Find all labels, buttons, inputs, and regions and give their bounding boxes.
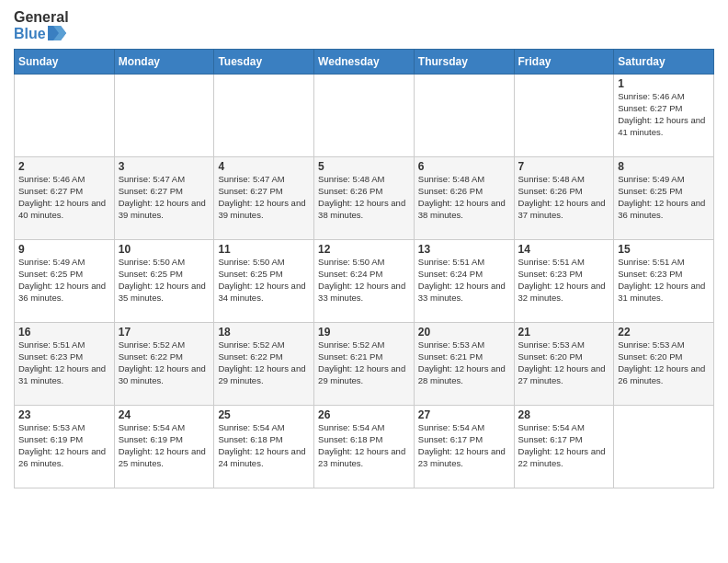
calendar-cell: 16Sunrise: 5:51 AM Sunset: 6:23 PM Dayli…	[15, 323, 115, 406]
day-info: Sunrise: 5:52 AM Sunset: 6:21 PM Dayligh…	[318, 339, 410, 386]
calendar-cell: 9Sunrise: 5:49 AM Sunset: 6:25 PM Daylig…	[15, 240, 115, 323]
calendar-cell: 10Sunrise: 5:50 AM Sunset: 6:25 PM Dayli…	[114, 240, 214, 323]
day-number: 5	[318, 160, 410, 173]
weekday-thursday: Thursday	[414, 50, 514, 75]
day-info: Sunrise: 5:51 AM Sunset: 6:24 PM Dayligh…	[418, 257, 510, 304]
calendar-cell: 5Sunrise: 5:48 AM Sunset: 6:26 PM Daylig…	[314, 157, 415, 240]
logo: General Blue	[14, 9, 69, 41]
calendar-cell: 22Sunrise: 5:53 AM Sunset: 6:20 PM Dayli…	[614, 323, 714, 406]
day-number: 9	[18, 243, 110, 256]
calendar-cell: 26Sunrise: 5:54 AM Sunset: 6:18 PM Dayli…	[314, 406, 415, 488]
day-number: 26	[318, 408, 410, 421]
week-row-3: 9Sunrise: 5:49 AM Sunset: 6:25 PM Daylig…	[15, 240, 714, 323]
calendar-cell: 14Sunrise: 5:51 AM Sunset: 6:23 PM Dayli…	[514, 240, 614, 323]
calendar-cell	[514, 75, 614, 157]
calendar-cell: 6Sunrise: 5:48 AM Sunset: 6:26 PM Daylig…	[414, 157, 514, 240]
day-info: Sunrise: 5:54 AM Sunset: 6:18 PM Dayligh…	[218, 422, 310, 469]
day-number: 15	[618, 243, 710, 256]
weekday-friday: Friday	[514, 50, 614, 75]
day-number: 18	[218, 326, 310, 339]
week-row-2: 2Sunrise: 5:46 AM Sunset: 6:27 PM Daylig…	[15, 157, 714, 240]
day-info: Sunrise: 5:54 AM Sunset: 6:17 PM Dayligh…	[518, 422, 610, 469]
calendar-cell: 21Sunrise: 5:53 AM Sunset: 6:20 PM Dayli…	[514, 323, 614, 406]
day-number: 20	[418, 326, 510, 339]
calendar-cell	[114, 75, 214, 157]
calendar-cell: 13Sunrise: 5:51 AM Sunset: 6:24 PM Dayli…	[414, 240, 514, 323]
calendar-page: General Blue SundayMondayTuesdayWednesda…	[0, 0, 728, 502]
day-number: 2	[18, 160, 110, 173]
day-info: Sunrise: 5:47 AM Sunset: 6:27 PM Dayligh…	[119, 174, 210, 221]
calendar-cell: 28Sunrise: 5:54 AM Sunset: 6:17 PM Dayli…	[514, 406, 614, 488]
weekday-wednesday: Wednesday	[314, 50, 415, 75]
calendar-cell	[314, 75, 415, 157]
day-info: Sunrise: 5:53 AM Sunset: 6:21 PM Dayligh…	[418, 339, 510, 386]
day-info: Sunrise: 5:50 AM Sunset: 6:25 PM Dayligh…	[218, 257, 310, 304]
day-info: Sunrise: 5:47 AM Sunset: 6:27 PM Dayligh…	[218, 174, 310, 221]
day-number: 7	[518, 160, 610, 173]
calendar-cell: 23Sunrise: 5:53 AM Sunset: 6:19 PM Dayli…	[15, 406, 115, 488]
day-number: 13	[418, 243, 510, 256]
calendar-cell	[214, 75, 314, 157]
calendar-cell: 2Sunrise: 5:46 AM Sunset: 6:27 PM Daylig…	[15, 157, 115, 240]
day-number: 24	[119, 408, 210, 421]
day-info: Sunrise: 5:53 AM Sunset: 6:19 PM Dayligh…	[18, 422, 110, 469]
day-number: 10	[119, 243, 210, 256]
logo-text-block: General Blue	[14, 9, 69, 41]
day-number: 14	[518, 243, 610, 256]
calendar-cell: 17Sunrise: 5:52 AM Sunset: 6:22 PM Dayli…	[114, 323, 214, 406]
logo-blue: Blue	[14, 26, 69, 42]
header: General Blue	[14, 9, 714, 41]
day-info: Sunrise: 5:50 AM Sunset: 6:24 PM Dayligh…	[318, 257, 410, 304]
calendar-body: 1Sunrise: 5:46 AM Sunset: 6:27 PM Daylig…	[15, 75, 714, 488]
day-number: 25	[218, 408, 310, 421]
calendar-cell: 20Sunrise: 5:53 AM Sunset: 6:21 PM Dayli…	[414, 323, 514, 406]
day-number: 16	[18, 326, 110, 339]
day-number: 22	[618, 326, 710, 339]
day-number: 19	[318, 326, 410, 339]
calendar-cell: 4Sunrise: 5:47 AM Sunset: 6:27 PM Daylig…	[214, 157, 314, 240]
calendar-cell: 8Sunrise: 5:49 AM Sunset: 6:25 PM Daylig…	[614, 157, 714, 240]
calendar-cell: 3Sunrise: 5:47 AM Sunset: 6:27 PM Daylig…	[114, 157, 214, 240]
weekday-sunday: Sunday	[15, 50, 115, 75]
week-row-5: 23Sunrise: 5:53 AM Sunset: 6:19 PM Dayli…	[15, 406, 714, 488]
day-number: 21	[518, 326, 610, 339]
logo-arrow-icon	[48, 26, 66, 40]
day-info: Sunrise: 5:51 AM Sunset: 6:23 PM Dayligh…	[618, 257, 710, 304]
day-info: Sunrise: 5:52 AM Sunset: 6:22 PM Dayligh…	[218, 339, 310, 386]
day-number: 28	[518, 408, 610, 421]
calendar-cell	[414, 75, 514, 157]
calendar-cell: 18Sunrise: 5:52 AM Sunset: 6:22 PM Dayli…	[214, 323, 314, 406]
day-number: 4	[218, 160, 310, 173]
day-info: Sunrise: 5:46 AM Sunset: 6:27 PM Dayligh…	[18, 174, 110, 221]
day-info: Sunrise: 5:51 AM Sunset: 6:23 PM Dayligh…	[18, 339, 110, 386]
day-info: Sunrise: 5:48 AM Sunset: 6:26 PM Dayligh…	[518, 174, 610, 221]
weekday-header-row: SundayMondayTuesdayWednesdayThursdayFrid…	[15, 50, 714, 75]
calendar-cell: 27Sunrise: 5:54 AM Sunset: 6:17 PM Dayli…	[414, 406, 514, 488]
day-info: Sunrise: 5:54 AM Sunset: 6:19 PM Dayligh…	[119, 422, 210, 469]
day-info: Sunrise: 5:52 AM Sunset: 6:22 PM Dayligh…	[119, 339, 210, 386]
calendar-cell: 7Sunrise: 5:48 AM Sunset: 6:26 PM Daylig…	[514, 157, 614, 240]
day-number: 11	[218, 243, 310, 256]
calendar-cell: 12Sunrise: 5:50 AM Sunset: 6:24 PM Dayli…	[314, 240, 415, 323]
logo-general: General	[14, 9, 69, 26]
day-info: Sunrise: 5:46 AM Sunset: 6:27 PM Dayligh…	[618, 91, 710, 138]
day-info: Sunrise: 5:54 AM Sunset: 6:17 PM Dayligh…	[418, 422, 510, 469]
day-number: 27	[418, 408, 510, 421]
day-number: 1	[618, 77, 710, 90]
calendar-cell: 11Sunrise: 5:50 AM Sunset: 6:25 PM Dayli…	[214, 240, 314, 323]
day-number: 3	[119, 160, 210, 173]
day-number: 6	[418, 160, 510, 173]
calendar-cell: 15Sunrise: 5:51 AM Sunset: 6:23 PM Dayli…	[614, 240, 714, 323]
day-number: 23	[18, 408, 110, 421]
day-number: 17	[119, 326, 210, 339]
calendar-cell: 24Sunrise: 5:54 AM Sunset: 6:19 PM Dayli…	[114, 406, 214, 488]
calendar-cell: 19Sunrise: 5:52 AM Sunset: 6:21 PM Dayli…	[314, 323, 415, 406]
week-row-4: 16Sunrise: 5:51 AM Sunset: 6:23 PM Dayli…	[15, 323, 714, 406]
calendar-cell	[15, 75, 115, 157]
calendar-table: SundayMondayTuesdayWednesdayThursdayFrid…	[14, 49, 714, 488]
weekday-saturday: Saturday	[614, 50, 714, 75]
day-info: Sunrise: 5:50 AM Sunset: 6:25 PM Dayligh…	[119, 257, 210, 304]
day-number: 8	[618, 160, 710, 173]
day-number: 12	[318, 243, 410, 256]
day-info: Sunrise: 5:49 AM Sunset: 6:25 PM Dayligh…	[18, 257, 110, 304]
